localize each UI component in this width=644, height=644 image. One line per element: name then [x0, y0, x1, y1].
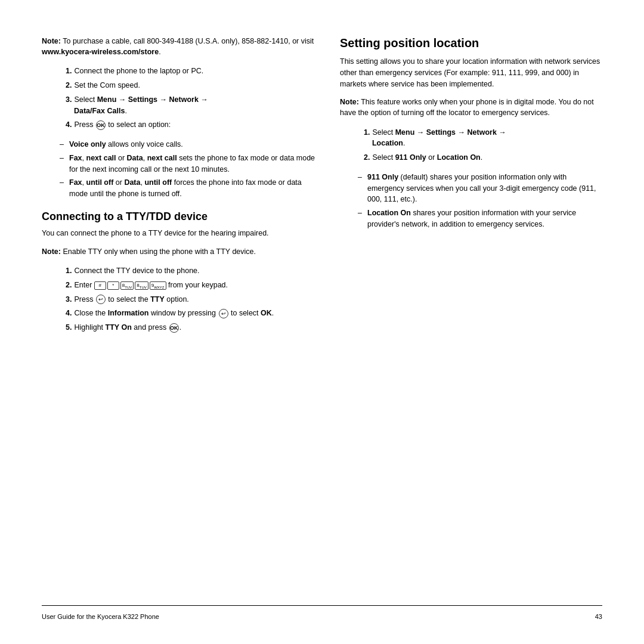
- tty-step-4-before: Close the: [74, 309, 107, 317]
- key-9wxyz: 9WXYZ: [150, 281, 166, 290]
- right-sub-location: Location On shares your position informa…: [358, 208, 602, 230]
- sub-or: or: [116, 154, 127, 162]
- tty-step-2-before: Enter: [74, 281, 92, 289]
- right-step-2-before: Select: [372, 153, 395, 162]
- right-sub-911-text: (default) shares your position informati…: [367, 173, 596, 204]
- right-step-2: 2.Select 911 Only or Location On.: [364, 152, 602, 163]
- tty-step-5-before: Highlight: [74, 323, 105, 332]
- key-hash: #: [94, 281, 106, 290]
- ok-icon-2: OK: [169, 323, 179, 333]
- steps-list-part1: 1.Connect the phone to the laptop or PC.…: [54, 66, 316, 131]
- tty-step-4-end: to select: [231, 309, 261, 317]
- right-steps-list: 1.Select Menu → Settings → Network → Loc…: [352, 127, 602, 163]
- step-4: 4.Press OK to select an option:: [66, 119, 316, 131]
- right-step-1-arr1: →: [414, 128, 426, 137]
- tty-note-label: Note:: [42, 247, 61, 256]
- right-step-1-bold3: Network: [467, 128, 497, 137]
- sub-fax2-t: ,: [82, 178, 86, 187]
- sub-next1: next call: [86, 154, 116, 162]
- right-note-block: Note: This feature works only when your …: [340, 97, 602, 118]
- back-icon-2: ↩: [219, 309, 228, 318]
- right-sub-loc-bold: Location On: [367, 209, 411, 217]
- page-number: 43: [595, 613, 602, 620]
- right-step-1-bold4: Location: [372, 139, 403, 147]
- right-intro: This setting allows you to share your lo…: [340, 56, 602, 89]
- right-step-1-bold2: Settings: [426, 128, 456, 137]
- footer-container: User Guide for the Kyocera K322 Phone 43: [42, 605, 602, 620]
- step-3-num: 3.: [66, 95, 72, 104]
- step-4-text: Press: [74, 120, 93, 129]
- note-intro-link-end: .: [159, 48, 160, 56]
- tty-step-2-after: from your keypad.: [168, 281, 228, 289]
- step-3-after: .: [125, 107, 126, 115]
- note-intro-body: To purchase a cable, call 800-349-4188 (…: [61, 37, 314, 45]
- tty-step-4-bold2: OK: [261, 309, 272, 317]
- right-note-label: Note:: [340, 98, 359, 106]
- keypad-icons: # * 8TUV 8TUV 9WXYZ: [94, 281, 166, 290]
- step-1-num: 1.: [66, 67, 72, 75]
- tty-step-2: 2.Enter # * 8TUV 8TUV 9WXYZ from your ke…: [66, 280, 316, 291]
- key-8tuv-1: 8TUV: [120, 281, 134, 290]
- step-3-bold3: Network: [169, 95, 199, 104]
- note-label: Note:: [42, 37, 61, 45]
- step-4-num: 4.: [66, 120, 72, 129]
- step-2: 2.Set the Com speed.: [66, 80, 316, 91]
- right-step-1-arr2: →: [456, 128, 467, 137]
- right-heading: Setting position location: [340, 36, 602, 50]
- right-step-2-after: .: [481, 153, 482, 162]
- sub-comma1: ,: [143, 154, 147, 162]
- back-icon-1: ↩: [96, 295, 106, 304]
- sub-until1: until off: [86, 178, 114, 187]
- note-intro-block: Note: To purchase a cable, call 800-349-…: [42, 36, 316, 57]
- tty-step-4-num: 4.: [66, 309, 72, 317]
- step-3-bold4: Data/Fax Calls: [74, 107, 125, 115]
- step-3: 3.Select Menu → Settings → Network → Dat…: [66, 94, 316, 117]
- right-column: Setting position location This setting a…: [340, 36, 602, 605]
- right-step-1-num: 1.: [364, 128, 370, 137]
- right-step-2-mid: or: [426, 153, 437, 162]
- tty-step-3-num: 3.: [66, 295, 72, 304]
- tty-step-1-num: 1.: [66, 267, 72, 275]
- tty-step-5-end: .: [179, 323, 181, 332]
- sub-item-fax-next: Fax, next call or Data, next call sets t…: [60, 153, 316, 175]
- right-step-1: 1.Select Menu → Settings → Network → Loc…: [364, 127, 602, 150]
- ok-icon-1: OK: [96, 120, 106, 130]
- tty-step-3-bold: TTY: [150, 295, 165, 304]
- tty-note-block: Note: Enable TTY only when using the pho…: [42, 246, 316, 257]
- sub-fax1-t: ,: [82, 154, 86, 162]
- sub-item-voice-text: allows only voice calls.: [106, 140, 183, 148]
- tty-step-4-bold1: Information: [108, 309, 149, 317]
- tty-step-4-final: .: [272, 309, 274, 317]
- footer: User Guide for the Kyocera K322 Phone 43: [42, 611, 602, 620]
- page: Note: To purchase a cable, call 800-349-…: [0, 0, 644, 644]
- left-column: Note: To purchase a cable, call 800-349-…: [42, 36, 316, 605]
- sub-item-voice-bold: Voice only: [69, 140, 106, 148]
- note-intro-text: Note: To purchase a cable, call 800-349-…: [42, 36, 316, 57]
- tty-step-5: 5.Highlight TTY On and press OK.: [66, 322, 316, 333]
- step-4-text2: to select an option:: [108, 120, 171, 129]
- step-3-arrow2: →: [157, 95, 169, 104]
- right-step-2-num: 2.: [364, 153, 370, 162]
- sub-item-voice: Voice only allows only voice calls.: [60, 139, 316, 150]
- key-star: *: [107, 281, 119, 290]
- tty-step-5-num: 5.: [66, 323, 72, 332]
- tty-note-body: Enable TTY only when using the phone wit…: [61, 247, 256, 256]
- right-step-2-bold2: Location On: [437, 153, 481, 162]
- right-sub-items-list: 911 Only (default) shares your position …: [358, 172, 602, 230]
- tty-step-3: 3.Press ↩ to select the TTY option.: [66, 294, 316, 305]
- sub-or2: or: [113, 178, 124, 187]
- step-3-before: Select: [74, 95, 97, 104]
- key-8tuv-2: 8TUV: [135, 281, 148, 290]
- footer-divider: [42, 605, 602, 606]
- tty-steps-list: 1.Connect the TTY device to the phone. 2…: [54, 265, 316, 333]
- tty-step-4-after: window by pressing: [148, 309, 216, 317]
- sub-fax2: Fax: [69, 178, 82, 187]
- tty-note-text: Note: Enable TTY only when using the pho…: [42, 246, 316, 257]
- tty-heading: Connecting to a TTY/TDD device: [42, 210, 316, 224]
- right-step-1-before: Select: [372, 128, 395, 137]
- sub-items-list: Voice only allows only voice calls. Fax,…: [60, 139, 316, 200]
- step-3-arrow1: →: [116, 95, 128, 104]
- right-step-1-bold1: Menu: [395, 128, 415, 137]
- tty-step-3-after: to select the: [108, 295, 150, 304]
- tty-step-5-bold: TTY On: [106, 323, 132, 332]
